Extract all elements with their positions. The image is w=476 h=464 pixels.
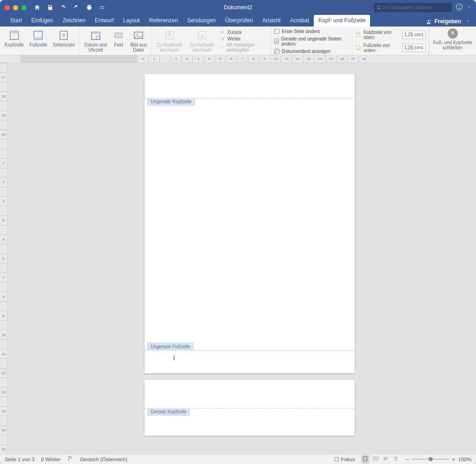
fusszeile-icon [32, 29, 44, 41]
zu-fusszeile-button[interactable]: Zu Fußzeile wechseln [188, 28, 216, 53]
tab-acrobat[interactable]: Acrobat [285, 15, 314, 27]
ribbon-group-options: Erste Seite anders ✓Gerade und ungerade … [271, 27, 352, 55]
datum-button[interactable]: Datum und Uhrzeit [82, 28, 109, 53]
feld-button[interactable]: Feld [111, 28, 126, 53]
overflow-icon[interactable] [467, 4, 471, 11]
field-icon [112, 29, 125, 41]
picture-icon [132, 29, 145, 41]
document-title: Dokument2 [224, 4, 252, 11]
zu-kopfzeile-button[interactable]: Zu Kopfzeile wechseln [155, 28, 185, 53]
tab-kopf-fusszeile[interactable]: Kopf- und Fußzeile [314, 15, 370, 27]
zoom-slider[interactable] [412, 458, 449, 460]
prev-icon [220, 29, 225, 35]
footer-tag-odd: Ungerade Fußzeile [147, 343, 193, 350]
tab-referenzen[interactable]: Referenzen [145, 15, 183, 27]
close-header-footer-button[interactable]: ✕ Fuß- und Kopfzeile schließen [429, 27, 476, 55]
vertical-ruler[interactable]: 2726252412345678910111213141516 [0, 63, 7, 454]
feedback-icon[interactable] [456, 3, 463, 12]
fusszeile-position-input[interactable]: 1,25 cm▲▼ [402, 44, 425, 52]
goto-header-icon [164, 29, 176, 41]
gerade-ungerade-checkbox[interactable]: ✓Gerade und ungerade Seiten anders [274, 36, 349, 46]
status-language[interactable]: Deutsch (Österreich) [80, 457, 127, 462]
svg-point-3 [428, 20, 429, 21]
tab-ueberpruefen[interactable]: Überprüfen [220, 15, 258, 27]
close-window-button[interactable] [5, 5, 10, 10]
search-icon [377, 5, 381, 10]
verknuepfen-button[interactable]: Mit vorheriger verknüpfen [220, 42, 268, 53]
home-icon[interactable] [34, 4, 40, 11]
status-bar: Seite 1 von 3 0 Wörter Deutsch (Österrei… [0, 454, 476, 464]
kopfzeile-button[interactable]: Kopfzeile [3, 28, 26, 48]
spellcheck-icon[interactable] [67, 456, 73, 463]
share-icon [426, 19, 432, 25]
kopf-label: Kopfzeile von oben: [364, 30, 400, 40]
next-icon [220, 36, 225, 41]
status-page[interactable]: Seite 1 von 3 [5, 457, 34, 462]
customize-qat-icon[interactable] [99, 4, 106, 11]
tab-sendungen[interactable]: Sendungen [183, 15, 220, 27]
dokumenttext-checkbox[interactable]: ✓Dokumenttext anzeigen [274, 49, 349, 54]
undo-icon[interactable] [60, 4, 66, 11]
zoom-window-button[interactable] [21, 5, 26, 10]
kopfzeile-icon [8, 29, 20, 41]
calendar-icon [90, 29, 102, 41]
print-icon[interactable] [86, 4, 93, 11]
ribbon-group-position: Kopfzeile von oben: 1,25 cm▲▼ Fußzeile v… [352, 27, 429, 55]
fuss-label: Fußzeile von unten: [364, 43, 400, 53]
svg-rect-11 [92, 32, 100, 34]
zoom-control: − + 100% [405, 456, 471, 463]
read-mode-view-icon[interactable] [373, 456, 379, 463]
web-layout-view-icon[interactable] [383, 456, 389, 463]
print-layout-view-icon[interactable] [361, 455, 369, 464]
zoom-in-button[interactable]: + [452, 456, 456, 463]
ribbon: Kopfzeile Fußzeile # Seitenzahl Datum un… [0, 27, 476, 55]
status-wordcount[interactable]: 0 Wörter [41, 457, 60, 462]
header-tag-even: Gerade Kopfzeile [147, 408, 190, 416]
search-box[interactable] [374, 3, 452, 12]
page-2: Gerade Kopfzeile [145, 380, 355, 436]
header-position-icon [355, 32, 361, 38]
text-cursor [174, 355, 174, 360]
save-icon[interactable] [47, 4, 53, 11]
redo-icon[interactable] [73, 4, 79, 11]
titlebar: Dokument2 [0, 0, 476, 15]
workspace: 2726252412345678910111213141516 Ungerade… [0, 63, 476, 454]
goto-footer-icon [196, 29, 208, 41]
window-controls [0, 5, 31, 10]
svg-rect-7 [34, 37, 42, 40]
svg-rect-5 [10, 31, 19, 33]
outline-view-icon[interactable] [392, 456, 398, 463]
collapse-ribbon-icon[interactable] [466, 18, 470, 25]
footer-position-icon [355, 45, 361, 51]
app-window: Dokument2 Start Einfügen Zeichnen Entwur… [0, 0, 476, 464]
weiter-button[interactable]: Weiter [220, 36, 268, 41]
tab-layout[interactable]: Layout [119, 15, 145, 27]
svg-point-15 [136, 33, 138, 35]
seitenzahl-button[interactable]: # Seitenzahl [51, 28, 77, 48]
horizontal-ruler[interactable]: 21123456789101112131415161718 [0, 55, 476, 63]
tab-zeichnen[interactable]: Zeichnen [58, 15, 90, 27]
zoom-out-button[interactable]: − [405, 456, 409, 463]
document-canvas[interactable]: Ungerade Kopfzeile Ungerade Fußzeile Ger… [7, 63, 476, 454]
fusszeile-button[interactable]: Fußzeile [27, 28, 49, 48]
tab-entwurf[interactable]: Entwurf [90, 15, 119, 27]
zoom-level[interactable]: 100% [458, 457, 471, 462]
focus-mode-button[interactable]: Fokus [334, 457, 355, 462]
erste-seite-checkbox[interactable]: Erste Seite anders [274, 29, 349, 34]
svg-point-12 [96, 36, 100, 40]
zurueck-button[interactable]: Zurück [220, 29, 268, 35]
share-button[interactable]: Freigeben [426, 18, 461, 25]
ribbon-group-header: Kopfzeile Fußzeile # Seitenzahl [0, 27, 79, 55]
tab-ansicht[interactable]: Ansicht [258, 15, 285, 27]
svg-text:#: # [62, 33, 65, 38]
bild-button[interactable]: Bild aus Datei [128, 28, 149, 53]
kopfzeile-position-input[interactable]: 1,25 cm▲▼ [402, 31, 425, 39]
svg-point-0 [456, 4, 462, 10]
tab-start[interactable]: Start [6, 15, 26, 27]
tab-einfuegen[interactable]: Einfügen [26, 15, 58, 27]
svg-rect-13 [115, 33, 122, 38]
search-input[interactable] [383, 5, 449, 10]
svg-rect-21 [357, 49, 360, 50]
minimize-window-button[interactable] [13, 5, 18, 10]
close-icon: ✕ [448, 28, 458, 39]
